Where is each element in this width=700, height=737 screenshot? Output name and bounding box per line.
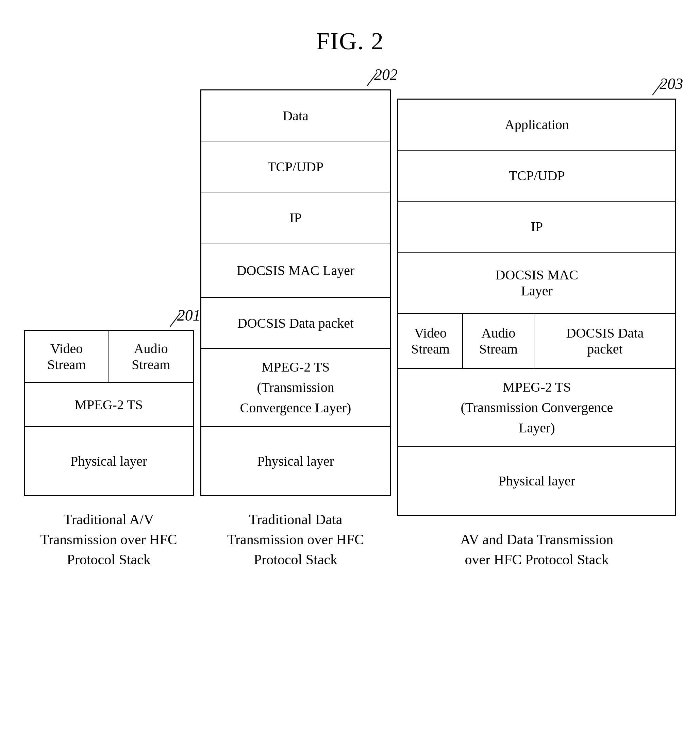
page-title: FIG. 2 bbox=[0, 0, 700, 76]
tcp-layer-3: TCP/UDP bbox=[398, 151, 675, 201]
stack-1: VideoStream AudioStream MPEG-2 TS Physic… bbox=[24, 330, 194, 496]
audio-stream-3: AudioStream bbox=[463, 314, 534, 368]
video-stream-1: VideoStream bbox=[25, 331, 109, 382]
docsis-mac-layer-3: DOCSIS MACLayer bbox=[398, 253, 675, 314]
docsis-mac-layer-2: DOCSIS MAC Layer bbox=[201, 244, 390, 298]
mpeg-layer-1: MPEG-2 TS bbox=[25, 383, 193, 427]
diagram-1: 201 VideoStream AudioStream MPEG-2 TS Ph… bbox=[24, 330, 194, 570]
svg-line-0 bbox=[170, 313, 180, 327]
svg-line-1 bbox=[367, 72, 377, 86]
physical-layer-3: Physical layer bbox=[398, 447, 675, 515]
caption-3: AV and Data Transmissionover HFC Protoco… bbox=[460, 530, 613, 570]
ip-layer-3: IP bbox=[398, 201, 675, 253]
docsis-data-layer-3: DOCSIS Datapacket bbox=[534, 314, 675, 368]
application-layer-3: Application bbox=[398, 100, 675, 151]
ref-arrow-203 bbox=[649, 80, 666, 97]
av-streams-row-1: VideoStream AudioStream bbox=[25, 331, 193, 383]
svg-line-2 bbox=[652, 82, 663, 95]
stack-2: Data TCP/UDP IP DOCSIS MAC Layer DOCSIS … bbox=[200, 90, 391, 496]
mpeg-layer-3: MPEG-2 TS(Transmission ConvergenceLayer) bbox=[398, 369, 675, 447]
physical-layer-2: Physical layer bbox=[201, 427, 390, 495]
diagram-3: 203 Application TCP/UDP IP DOCSIS MACLay… bbox=[397, 98, 676, 570]
mpeg-layer-2: MPEG-2 TS(TransmissionConvergence Layer) bbox=[201, 349, 390, 427]
data-layer-2: Data bbox=[201, 90, 390, 141]
audio-stream-1: AudioStream bbox=[109, 331, 193, 382]
ref-arrow-201 bbox=[167, 311, 184, 328]
docsis-data-layer-2: DOCSIS Data packet bbox=[201, 298, 390, 349]
caption-1: Traditional A/VTransmission over HFCProt… bbox=[40, 509, 177, 570]
ref-arrow-202 bbox=[363, 71, 381, 88]
av-streams-row-3: VideoStream AudioStream DOCSIS Datapacke… bbox=[398, 314, 675, 369]
stack-3: Application TCP/UDP IP DOCSIS MACLayer V… bbox=[397, 98, 676, 516]
physical-layer-1: Physical layer bbox=[25, 427, 193, 495]
tcp-layer-2: TCP/UDP bbox=[201, 141, 390, 192]
caption-2: Traditional DataTransmission over HFCPro… bbox=[227, 509, 364, 570]
video-stream-3: VideoStream bbox=[398, 314, 463, 368]
ip-layer-2: IP bbox=[201, 192, 390, 244]
diagram-2: 202 Data TCP/UDP IP DOCSIS MAC Layer DOC… bbox=[200, 90, 391, 570]
